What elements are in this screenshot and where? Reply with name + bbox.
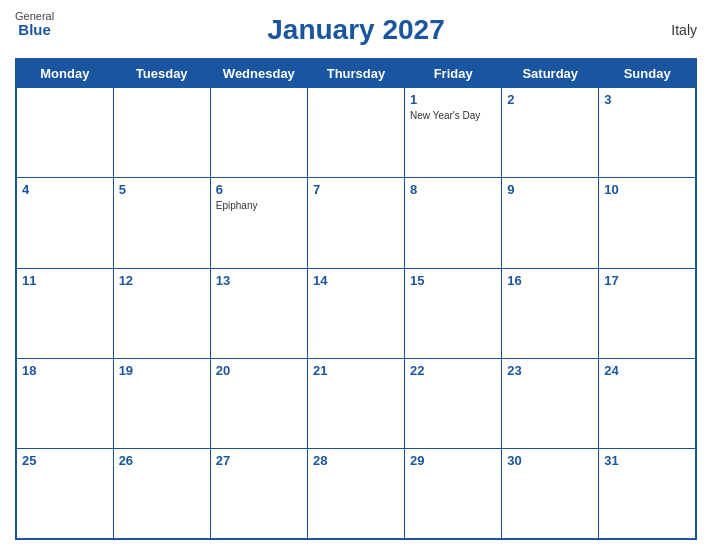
- header-sunday: Sunday: [599, 59, 696, 88]
- calendar-cell: 26: [113, 449, 210, 539]
- calendar-cell: 1New Year's Day: [405, 88, 502, 178]
- calendar-cell: 2: [502, 88, 599, 178]
- day-number: 14: [313, 272, 399, 290]
- calendar-cell: 15: [405, 268, 502, 358]
- day-number: 25: [22, 452, 108, 470]
- calendar-table: Monday Tuesday Wednesday Thursday Friday…: [15, 58, 697, 540]
- calendar-cell: 18: [16, 358, 113, 448]
- week-row-2: 456Epiphany78910: [16, 178, 696, 268]
- calendar-cell: 28: [307, 449, 404, 539]
- header-thursday: Thursday: [307, 59, 404, 88]
- calendar-title: January 2027: [267, 14, 444, 46]
- calendar-cell: 4: [16, 178, 113, 268]
- calendar-header: General Blue January 2027 Italy: [15, 10, 697, 50]
- calendar-cell: 20: [210, 358, 307, 448]
- week-row-1: 1New Year's Day23: [16, 88, 696, 178]
- day-number: 30: [507, 452, 593, 470]
- day-number: 23: [507, 362, 593, 380]
- calendar-cell: 12: [113, 268, 210, 358]
- calendar-cell: 29: [405, 449, 502, 539]
- header-tuesday: Tuesday: [113, 59, 210, 88]
- header-monday: Monday: [16, 59, 113, 88]
- calendar-cell: 10: [599, 178, 696, 268]
- week-row-3: 11121314151617: [16, 268, 696, 358]
- calendar-cell: 5: [113, 178, 210, 268]
- calendar-cell: 19: [113, 358, 210, 448]
- week-row-5: 25262728293031: [16, 449, 696, 539]
- calendar-cell: 17: [599, 268, 696, 358]
- day-number: 31: [604, 452, 690, 470]
- day-number: 24: [604, 362, 690, 380]
- day-number: 1: [410, 91, 496, 109]
- day-number: 28: [313, 452, 399, 470]
- day-number: 22: [410, 362, 496, 380]
- header-saturday: Saturday: [502, 59, 599, 88]
- calendar-cell: 9: [502, 178, 599, 268]
- country-label: Italy: [671, 22, 697, 38]
- day-number: 2: [507, 91, 593, 109]
- calendar-cell: 31: [599, 449, 696, 539]
- calendar-cell: 22: [405, 358, 502, 448]
- calendar-cell: 27: [210, 449, 307, 539]
- calendar-cell: 13: [210, 268, 307, 358]
- calendar-container: General Blue January 2027 Italy Monday T…: [0, 0, 712, 550]
- day-number: 17: [604, 272, 690, 290]
- calendar-cell: [307, 88, 404, 178]
- day-number: 12: [119, 272, 205, 290]
- calendar-cell: 25: [16, 449, 113, 539]
- calendar-cell: 24: [599, 358, 696, 448]
- holiday-label: New Year's Day: [410, 110, 496, 122]
- day-number: 19: [119, 362, 205, 380]
- calendar-cell: [16, 88, 113, 178]
- logo-blue-text: Blue: [18, 22, 51, 39]
- day-number: 4: [22, 181, 108, 199]
- day-number: 27: [216, 452, 302, 470]
- day-number: 3: [604, 91, 690, 109]
- calendar-cell: [113, 88, 210, 178]
- calendar-cell: 14: [307, 268, 404, 358]
- header-friday: Friday: [405, 59, 502, 88]
- calendar-cell: 11: [16, 268, 113, 358]
- day-number: 16: [507, 272, 593, 290]
- header-wednesday: Wednesday: [210, 59, 307, 88]
- week-row-4: 18192021222324: [16, 358, 696, 448]
- calendar-cell: 21: [307, 358, 404, 448]
- holiday-label: Epiphany: [216, 200, 302, 212]
- day-number: 20: [216, 362, 302, 380]
- day-number: 21: [313, 362, 399, 380]
- day-number: 7: [313, 181, 399, 199]
- day-number: 8: [410, 181, 496, 199]
- calendar-cell: 7: [307, 178, 404, 268]
- day-number: 9: [507, 181, 593, 199]
- day-number: 26: [119, 452, 205, 470]
- calendar-cell: [210, 88, 307, 178]
- calendar-cell: 3: [599, 88, 696, 178]
- day-number: 5: [119, 181, 205, 199]
- day-number: 10: [604, 181, 690, 199]
- day-number: 15: [410, 272, 496, 290]
- day-number: 6: [216, 181, 302, 199]
- day-number: 11: [22, 272, 108, 290]
- calendar-cell: 8: [405, 178, 502, 268]
- calendar-cell: 30: [502, 449, 599, 539]
- calendar-cell: 23: [502, 358, 599, 448]
- logo: General Blue: [15, 10, 54, 39]
- calendar-cell: 6Epiphany: [210, 178, 307, 268]
- day-number: 13: [216, 272, 302, 290]
- day-number: 29: [410, 452, 496, 470]
- calendar-cell: 16: [502, 268, 599, 358]
- weekday-header-row: Monday Tuesday Wednesday Thursday Friday…: [16, 59, 696, 88]
- day-number: 18: [22, 362, 108, 380]
